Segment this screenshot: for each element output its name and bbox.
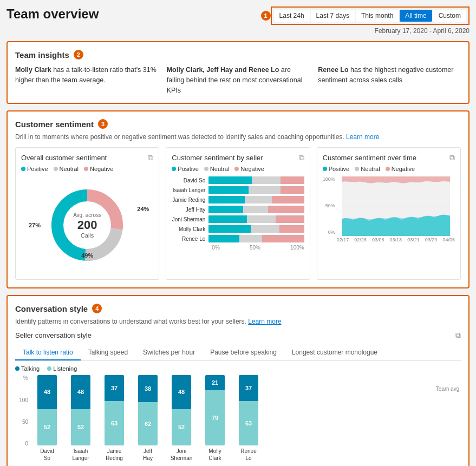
bar-col-david: 48 52 DavidSo [30,375,64,462]
seller-name-3: Jeff Hay [172,207,208,213]
subtab-switches[interactable]: Switches per hour [135,345,203,360]
jeff-listening: 62 [138,402,158,446]
seller-bars: David So Isaiah Langer Jamie Reding Jeff… [172,176,304,242]
conv-header: Conversation style 4 [15,304,461,313]
filter-alltime[interactable]: All time [400,10,432,22]
sentiment-learn-more[interactable]: Learn more [346,133,379,141]
bar-col-jeff: 38 62 JeffHay [131,375,165,462]
subtab-monologue[interactable]: Longest customer monologue [284,345,385,360]
page-header: Team overview 1 Last 24h Last 7 days Thi… [6,6,470,35]
header-right: 1 Last 24h Last 7 days This month All ti… [257,6,470,35]
david-name: DavidSo [40,448,54,462]
filter-custom[interactable]: Custom [433,10,466,22]
seller-name-2: Jamie Reding [172,197,208,203]
jeff-talking: 38 [138,375,158,402]
molly-listening: 79 [205,390,225,446]
stacked-bar-chart: % 100 50 0 48 52 DavidSo [15,375,461,462]
conv-desc: Identify patterns in conversations to un… [15,318,461,325]
bars-area: 48 52 DavidSo 48 52 IsaiahLanger [30,375,461,462]
jamie-name: JamieReding [106,448,123,462]
david-listening: 52 [37,409,57,446]
insight-item-0: Molly Clark has a talk-to-listen ratio t… [15,65,158,95]
overall-legend: Positive Neutral Negative [21,166,153,172]
bar-col-molly: 21 79 MollyClark [198,375,232,462]
seller-name-4: Joni Sherman [172,216,208,222]
team-insights-header: Team insights 2 [15,50,461,60]
bar-legend: Talking Listening [15,365,461,372]
insights-grid: Molly Clark has a talk-to-listen ratio t… [15,65,461,95]
jamie-listening: 63 [105,401,124,445]
time-sentiment-panel: Customer sentiment over time ⧉ Positive … [317,147,461,280]
seller-name-5: Molly Clark [172,226,208,232]
subtab-talking-speed[interactable]: Talking speed [81,345,135,360]
filter-thismonth[interactable]: This month [356,10,399,22]
time-x-labels: 02/1702/2603/0503/1303/2103/2904/06 [337,237,455,242]
y-axis: % 100 50 0 [15,375,30,462]
time-filter-box: Last 24h Last 7 days This month All time… [271,6,470,25]
seller-name-6: Renee Lo [172,236,208,242]
renee-talking: 37 [239,375,258,401]
seller-sentiment-panel: Customer sentiment by seller ⧉ Positive … [166,147,310,280]
conv-title: Conversation style [15,304,88,313]
isaiah-listening: 52 [71,409,90,446]
seller-axis: 0%50%100% [172,245,304,251]
seller-name-1: Isaiah Langer [172,187,208,193]
isaiah-name: IsaiahLanger [72,448,89,462]
subtab-pause[interactable]: Pause before speaking [203,345,284,360]
joni-talking: 48 [172,375,191,409]
pct-negative: 27% [29,222,41,228]
time-area-chart: 100%50%0% [323,176,455,242]
conv-copy-icon[interactable]: ⧉ [455,331,461,340]
page-container: Team overview 1 Last 24h Last 7 days Thi… [0,0,476,466]
sentiment-desc: Drill in to moments where positive or ne… [15,133,461,141]
section-badge-2: 2 [74,50,83,60]
conv-learn-more[interactable]: Learn more [248,318,281,325]
bar-col-jamie: 37 63 JamieReding [97,375,131,462]
jamie-talking: 37 [105,375,124,401]
insight-item-2: Renee Lo has the highest negative custom… [318,65,461,95]
joni-name: JoniSherman [171,448,193,462]
renee-name: ReneeLo [240,448,256,462]
seller-name-0: David So [172,178,208,183]
seller-legend: Positive Neutral Negative [172,166,304,172]
overall-sentiment-panel: Overall customer sentiment ⧉ Positive Ne… [15,147,159,280]
time-chart-title: Customer sentiment over time [323,154,416,162]
section-badge-3: 3 [98,119,108,129]
bar-col-renee: 37 63 ReneeLo [232,375,265,462]
subtab-talk-listen[interactable]: Talk to listen ratio [15,345,81,360]
filter-last24h[interactable]: Last 24h [274,10,310,22]
section-badge-1: 1 [261,11,271,21]
section-badge-4: 4 [92,304,102,313]
filter-last7days[interactable]: Last 7 days [311,10,355,22]
overall-chart-title: Overall customer sentiment [21,154,107,162]
team-insights-title: Team insights [15,50,69,60]
david-talking: 48 [37,375,57,409]
conversation-style-section: Conversation style 4 Identify patterns i… [6,295,470,466]
pct-neutral: 24% [137,206,149,212]
seller-copy-icon[interactable]: ⧉ [299,153,304,162]
bar-col-isaiah: 48 52 IsaiahLanger [64,375,97,462]
jeff-name: JeffHay [143,448,153,462]
conv-panel-title-row: Seller conversation style ⧉ [15,331,461,340]
overall-copy-icon[interactable]: ⧉ [148,153,153,162]
pct-positive: 49% [81,252,93,259]
time-legend: Positive Neutral Negative [323,166,455,172]
bar-col-joni: 48 52 JoniSherman [165,375,198,462]
date-range: February 17, 2020 - April 6, 2020 [375,27,470,35]
team-insights-section: Team insights 2 Molly Clark has a talk-t… [6,41,470,104]
sentiment-header: Customer sentiment 3 [15,119,461,129]
isaiah-talking: 48 [71,375,90,409]
donut-label: Avg. across 200 Calls [73,212,101,239]
joni-listening: 52 [172,409,191,446]
team-avg-label: Team avg. [436,386,461,392]
insight-item-1: Molly Clark, Jeff Hay and Renee Lo are f… [167,65,310,95]
renee-listening: 63 [239,401,258,445]
seller-chart-title: Customer sentiment by seller [172,154,263,162]
time-copy-icon[interactable]: ⧉ [449,153,455,162]
customer-sentiment-section: Customer sentiment 3 Drill in to moments… [6,110,470,288]
conv-panel-title: Seller conversation style [15,331,92,339]
sub-tabs: Talk to listen ratio Talking speed Switc… [15,345,461,361]
charts-grid: Overall customer sentiment ⧉ Positive Ne… [15,147,461,280]
sentiment-title: Customer sentiment [15,120,94,129]
molly-talking: 21 [205,375,225,390]
